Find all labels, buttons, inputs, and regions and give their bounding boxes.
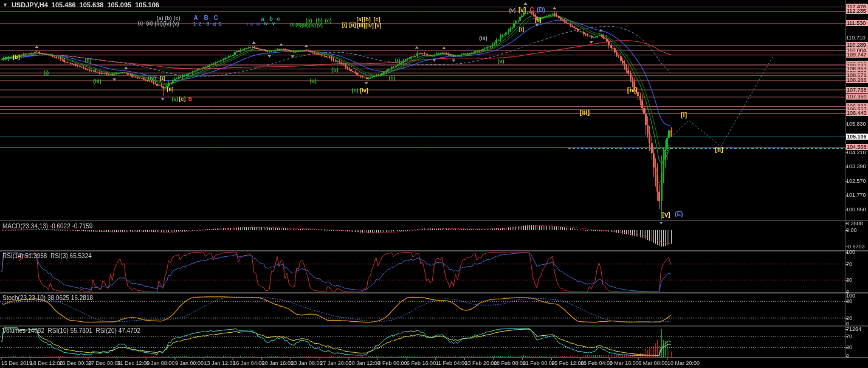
- wave-annotation: [ii]: [350, 22, 356, 28]
- wave-annotation: [iv]: [360, 87, 368, 94]
- macd-pane-label: MACD(23,34,13) -0.6022 -0.7159: [2, 223, 92, 230]
- wave-annotation: (i): [138, 20, 143, 26]
- wave-annotation: (iii): [301, 22, 309, 28]
- wave-annotation: 4: [213, 21, 216, 27]
- wave-annotation: [c]: [374, 16, 381, 22]
- price-scale-label: 104.210: [846, 149, 867, 155]
- wave-annotation: [b]: [363, 16, 371, 22]
- wave-annotation: (v): [498, 58, 505, 64]
- wave-annotation: [i]: [342, 22, 348, 28]
- rsi-scale-label: 100: [846, 249, 867, 255]
- ohlc-high: 105.638: [80, 1, 104, 9]
- symbol-label: USDJPY,H4: [12, 1, 48, 9]
- stoch-pane-label: Stoch(23,23,10) 38.0625 16.2818: [2, 295, 93, 301]
- time-axis-label: 27 Dec 00:00: [88, 360, 121, 366]
- wave-annotation: iv: [264, 21, 268, 26]
- time-axis-label: 21 Feb 00:00: [523, 360, 555, 366]
- wave-annotation: [i]: [681, 111, 687, 118]
- wave-annotation: (v): [173, 21, 179, 27]
- price-level-label: 106.440: [846, 110, 868, 116]
- wave-annotation: 1: [193, 21, 196, 27]
- wave-annotation: [iv]: [365, 22, 374, 29]
- time-axis-label: 6 Jan 08:00: [146, 360, 174, 366]
- time-axis-label: 23 Dec 00:00: [59, 360, 92, 366]
- wave-annotation: (c): [3, 55, 10, 61]
- time-axis-label: 27 Jan 20:00: [320, 360, 351, 366]
- time-axis-label: 10 Mar 20:00: [667, 360, 700, 366]
- chart-canvas[interactable]: [0, 0, 868, 368]
- wave-annotation: (b): [331, 67, 339, 73]
- time-axis-label: 18 Dec 12:00: [30, 360, 63, 366]
- wave-annotation: [b]: [13, 54, 20, 60]
- wave-annotation: (iv): [163, 21, 171, 27]
- time-axis-label: 6 Feb 16:00: [407, 360, 436, 366]
- time-axis-label: 13 Jan 12:00: [204, 360, 236, 366]
- wave-annotation: [iv]: [627, 86, 638, 94]
- wave-annotation: [iii]: [580, 109, 590, 116]
- stoch-scale-label: 80: [846, 298, 867, 304]
- ohlc-low: 105.095: [107, 1, 131, 9]
- wave-annotation: (E): [675, 211, 683, 217]
- price-scale-label: 103.390: [846, 163, 867, 169]
- time-axis-label: 15 Dec 2019: [1, 360, 32, 366]
- wave-annotation: [ii]: [715, 146, 723, 153]
- wave-annotation: [iii]: [357, 22, 365, 29]
- wave-annotation: (c): [325, 18, 332, 24]
- time-axis-label: 6 Mar 08:00: [638, 360, 667, 366]
- volumes-scale-label: 30: [846, 344, 867, 350]
- chart-title: ▼ USDJPY,H4 105.486 105.638 105.095 105.…: [2, 1, 159, 9]
- volumes-scale-label: 70: [846, 333, 867, 339]
- wave-annotation: (v): [509, 7, 516, 13]
- wave-annotation: (iii): [93, 78, 102, 84]
- wave-annotation: [a]: [357, 16, 363, 22]
- time-axis-label: 16 Jan 04:00: [233, 360, 264, 366]
- time-axis-label: 20 Jan 16:00: [262, 360, 294, 366]
- ohlc-close: 105.106: [135, 1, 159, 9]
- wave-annotation: iii: [257, 21, 261, 27]
- price-level-label: 108.288: [846, 77, 868, 83]
- time-axis-label: 4 Feb 00:00: [377, 360, 407, 366]
- wave-annotation: [v]: [375, 22, 382, 29]
- current-price-label: 105.106: [846, 134, 868, 140]
- wave-annotation: (i): [290, 22, 295, 27]
- macd-scale-label: 0.3508: [846, 220, 867, 227]
- wave-annotation: i: [247, 21, 248, 27]
- wave-annotation: ii: [250, 21, 253, 27]
- rsi-scale-label: 70: [846, 261, 867, 267]
- wave-annotation: (D): [537, 7, 545, 13]
- wave-annotation: (iv): [148, 75, 156, 81]
- volumes-scale-label: 0: [846, 353, 867, 359]
- volumes-pane-label: Volumes 14082 RSI(10) 55.7801 RSI(20) 47…: [2, 327, 140, 334]
- wave-annotation: (ii): [85, 57, 92, 63]
- rsi-scale-label: 30: [846, 277, 867, 283]
- wave-annotation: (iii): [154, 21, 163, 27]
- time-axis-label: 30 Jan 12:00: [349, 360, 381, 366]
- wave-annotation: (c): [352, 87, 359, 94]
- wave-annotation: (ii): [146, 20, 153, 26]
- wave-annotation: B: [188, 96, 193, 102]
- symbol-dropdown-arrow[interactable]: ▼: [2, 2, 8, 8]
- wave-annotation: b: [269, 16, 273, 22]
- price-scale-label: 101.770: [846, 192, 867, 198]
- ohlc-open: 105.486: [52, 1, 76, 9]
- trading-chart-window: ▼ USDJPY,H4 105.486 105.638 105.095 105.…: [0, 0, 868, 368]
- wave-annotation: (i): [395, 57, 401, 63]
- price-scale-label: 110.710: [846, 35, 867, 41]
- wave-annotation: a: [261, 16, 264, 22]
- time-axis-label: 11 Feb 04:00: [436, 360, 467, 366]
- wave-annotation: [v]: [518, 7, 526, 13]
- wave-annotation: (a): [310, 78, 317, 84]
- time-axis-label: 28 Feb 04:00: [580, 360, 613, 366]
- wave-annotation: [v]: [662, 211, 670, 218]
- price-level-label: 107.360: [846, 94, 868, 100]
- wave-annotation: [c]: [179, 96, 186, 102]
- wave-annotation: [i]: [519, 26, 525, 32]
- macd-scale-label: 0.00: [846, 227, 867, 233]
- time-axis-label: 13 Feb 20:00: [464, 360, 497, 366]
- time-axis-label: 9 Jan 00:00: [175, 360, 204, 366]
- wave-annotation: (v): [317, 22, 323, 28]
- time-axis-label: 3 Mar 16:00: [610, 360, 639, 366]
- wave-annotation: c: [277, 16, 280, 22]
- volumes-scale-label: 71264: [846, 326, 867, 332]
- wave-annotation: [ii]: [535, 17, 542, 23]
